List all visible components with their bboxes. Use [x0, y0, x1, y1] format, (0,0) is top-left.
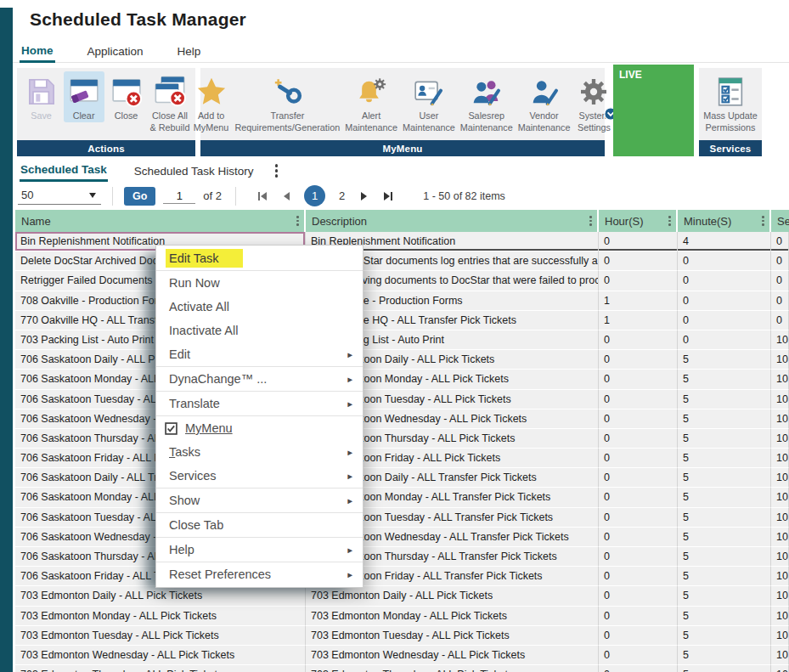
menu-home[interactable]: Home [20, 40, 55, 63]
table-row[interactable]: 706 Saskatoon Friday - ALL Transfer Pick… [15, 567, 789, 586]
table-row[interactable]: 706 Saskatoon Monday - ALL Transfer Pick… [15, 488, 789, 507]
table-row[interactable]: 706 Saskatoon Tuesday - ALL Transfer Pic… [15, 508, 789, 528]
mass-update-permissions-icon [712, 74, 749, 110]
table-row[interactable]: 706 Saskatoon Friday - ALL Pick Tickets7… [15, 449, 789, 468]
close-all-rebuild-icon [151, 74, 189, 110]
table-row[interactable]: 706 Saskatoon Daily - ALL Transfer Pick … [15, 468, 789, 488]
menu-item-mymenu[interactable]: MyMenu [156, 416, 363, 440]
transfer-requirements-button[interactable]: TransferRequirements/Generation [234, 71, 342, 134]
go-button[interactable]: Go [124, 187, 155, 206]
cell-name: 703 Edmonton Wednesday - ALL Pick Ticket… [15, 646, 306, 665]
save-icon [23, 74, 60, 110]
page-2-button[interactable]: 2 [339, 189, 345, 202]
first-page-button[interactable] [258, 192, 267, 200]
menu-item-edit-task[interactable]: Edit Task [156, 246, 363, 270]
group-label-mymenu: MyMenu [200, 140, 605, 156]
table-row[interactable]: 703 Edmonton Daily - ALL Pick Tickets703… [15, 586, 789, 606]
menu-item-activate-all[interactable]: Activate All [156, 295, 363, 319]
cell-sec: 0 [771, 311, 789, 330]
cell-hour: 0 [599, 468, 678, 488]
menu-item-run-now[interactable]: Run Now [156, 271, 363, 295]
tab-options-kebab-icon[interactable] [275, 164, 279, 178]
page-count-label: of 2 [203, 189, 222, 202]
cell-sec: 10 [771, 646, 789, 665]
salesrep-maintenance-button[interactable]: SalesrepMaintenance [459, 71, 515, 134]
cell-minute: 0 [678, 271, 771, 291]
submenu-arrow-icon: ► [347, 545, 354, 555]
menu-item-dynachange[interactable]: DynaChange™ ...► [156, 367, 363, 391]
column-menu-icon[interactable] [667, 214, 673, 227]
page-size-select[interactable]: 50 [18, 187, 101, 205]
table-row[interactable]: 706 Saskatoon Thursday - ALL Transfer Pi… [15, 547, 789, 567]
table-row[interactable]: 703 Edmonton Monday - ALL Pick Tickets70… [15, 607, 789, 626]
task-grid: Name Description Hour(S) Minute(S) Sec B… [15, 210, 789, 672]
add-to-mymenu-icon [193, 74, 230, 110]
menu-item-tasks[interactable]: Tasks► [156, 440, 363, 464]
menu-item-show[interactable]: Show► [156, 488, 363, 512]
menu-application[interactable]: Application [86, 40, 145, 62]
cell-minute: 5 [678, 547, 771, 567]
menu-item-translate[interactable]: Translate► [156, 392, 363, 415]
cell-minute: 4 [678, 232, 771, 251]
table-row[interactable]: Bin Replenishment NotificationBin Replen… [15, 232, 789, 251]
menu-item-edit[interactable]: Edit► [156, 342, 363, 366]
tab-scheduled-task-history[interactable]: Scheduled Task History [133, 160, 255, 182]
table-row[interactable]: 706 Saskatoon Wednesday - ALL Transfer P… [15, 528, 789, 547]
menu-help[interactable]: Help [176, 40, 203, 62]
column-header-seconds[interactable]: Sec [771, 210, 789, 232]
cell-minute: 5 [678, 508, 771, 528]
tab-bar: Scheduled Task Scheduled Task History [13, 160, 278, 182]
table-row[interactable]: 706 Saskatoon Thursday - ALL Pick Ticket… [15, 429, 789, 449]
column-menu-icon[interactable] [588, 214, 594, 227]
clear-button[interactable]: Clear [64, 71, 104, 122]
cell-sec: 10 [771, 607, 789, 626]
close-button[interactable]: Close [106, 71, 147, 122]
cell-hour: 1 [599, 291, 678, 311]
mass-update-permissions-button[interactable]: Mass UpdatePermissions [702, 71, 759, 134]
column-header-minutes[interactable]: Minute(S) [678, 210, 771, 232]
cell-description: 703 Edmonton Tuesday - ALL Pick Tickets [306, 626, 599, 646]
user-maintenance-button[interactable]: UserMaintenance [401, 71, 457, 134]
current-page-indicator[interactable]: 1 [304, 185, 325, 206]
page-number-input[interactable] [163, 189, 195, 204]
submenu-arrow-icon: ► [347, 570, 354, 579]
tab-scheduled-task[interactable]: Scheduled Task [20, 160, 108, 182]
last-page-button[interactable] [384, 192, 392, 200]
table-row[interactable]: Retrigger Failed DocumentsRetry archivin… [15, 271, 789, 291]
cell-sec: 10 [771, 567, 789, 586]
menu-item-help[interactable]: Help► [156, 538, 363, 562]
table-row[interactable]: 706 Saskatoon Tuesday - ALL Pick Tickets… [15, 390, 789, 409]
table-row[interactable]: 706 Saskatoon Monday - ALL Pick Tickets7… [15, 370, 789, 389]
table-row[interactable]: 703 Packing List - Auto Print703 Packing… [15, 330, 789, 350]
table-row[interactable]: 703 Edmonton Thursday - ALL Pick Tickets… [15, 665, 789, 672]
menu-item-inactivate-all[interactable]: Inactivate All [156, 319, 363, 342]
live-environment-indicator: LIVE [613, 65, 694, 156]
salesrep-maintenance-icon [468, 74, 505, 110]
column-menu-icon[interactable] [295, 214, 301, 227]
table-row[interactable]: 708 Oakville - Production Forms708 Oakvi… [15, 291, 789, 311]
column-menu-icon[interactable] [760, 214, 766, 227]
previous-page-button[interactable] [284, 192, 290, 200]
vendor-maintenance-button[interactable]: VendorMaintenance [516, 71, 572, 134]
table-row[interactable]: 703 Edmonton Wednesday - ALL Pick Ticket… [15, 646, 789, 665]
menu-item-services[interactable]: Services► [156, 464, 363, 488]
table-row[interactable]: 706 Saskatoon Daily - ALL Pick Tickets70… [15, 350, 789, 370]
cell-minute: 5 [678, 350, 771, 370]
menu-item-reset-preferences[interactable]: Reset Preferences► [156, 562, 363, 586]
close-all-rebuild-button[interactable]: Close All& Rebuild [149, 71, 192, 134]
table-row[interactable]: 706 Saskatoon Wednesday - ALL Pick Ticke… [15, 409, 789, 429]
next-page-button[interactable] [361, 192, 367, 200]
table-row[interactable]: Delete DocStar Archived DocumentsDelete … [15, 251, 789, 271]
cell-minute: 5 [678, 607, 771, 626]
table-row[interactable]: 703 Edmonton Tuesday - ALL Pick Tickets7… [15, 626, 789, 646]
menu-item-close-tab[interactable]: Close Tab [156, 513, 363, 537]
close-icon [108, 74, 145, 110]
table-row[interactable]: 770 Oakville HQ - ALL Transfer Pick Tick… [15, 311, 789, 330]
system-settings-button[interactable]: SystemSettings [573, 71, 614, 134]
column-header-hours[interactable]: Hour(S) [599, 210, 678, 232]
column-header-description[interactable]: Description [306, 210, 599, 232]
alert-maintenance-button[interactable]: AlertMaintenance [343, 71, 399, 134]
add-to-mymenu-button[interactable]: Add toMyMenu [191, 71, 232, 134]
cell-hour: 0 [599, 232, 678, 251]
column-header-name[interactable]: Name [15, 210, 306, 232]
